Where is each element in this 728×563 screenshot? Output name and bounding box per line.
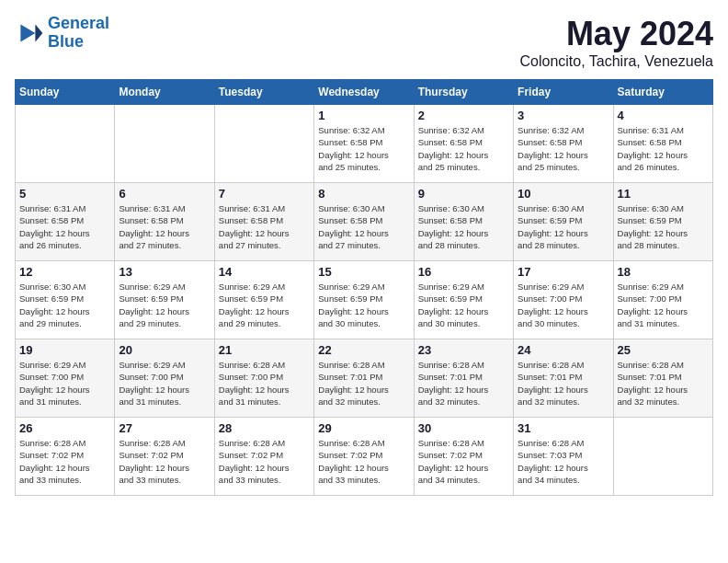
day-number: 31 [518,421,609,435]
calendar-cell: 31Sunrise: 6:28 AM Sunset: 7:03 PM Dayli… [514,418,613,496]
day-info: Sunrise: 6:31 AM Sunset: 6:58 PM Dayligh… [119,202,210,251]
calendar-cell [613,418,712,496]
day-number: 24 [518,343,609,357]
calendar-cell [16,105,115,183]
day-number: 21 [219,343,310,357]
calendar-cell: 24Sunrise: 6:28 AM Sunset: 7:01 PM Dayli… [514,339,613,418]
day-number: 29 [318,421,409,435]
day-info: Sunrise: 6:28 AM Sunset: 7:00 PM Dayligh… [219,359,310,408]
calendar-cell: 1Sunrise: 6:32 AM Sunset: 6:58 PM Daylig… [314,105,414,183]
month-title: May 2024 [519,15,713,53]
day-info: Sunrise: 6:28 AM Sunset: 7:02 PM Dayligh… [318,437,409,486]
day-info: Sunrise: 6:31 AM Sunset: 6:58 PM Dayligh… [219,202,310,251]
day-info: Sunrise: 6:30 AM Sunset: 6:58 PM Dayligh… [418,202,509,251]
day-number: 25 [618,343,709,357]
calendar-cell: 11Sunrise: 6:30 AM Sunset: 6:59 PM Dayli… [613,183,712,261]
calendar-cell: 6Sunrise: 6:31 AM Sunset: 6:58 PM Daylig… [115,183,214,261]
weekday-header: Wednesday [314,80,414,105]
calendar-cell: 5Sunrise: 6:31 AM Sunset: 6:58 PM Daylig… [16,183,115,261]
day-number: 18 [618,265,709,279]
calendar-cell: 23Sunrise: 6:28 AM Sunset: 7:01 PM Dayli… [414,339,513,418]
day-info: Sunrise: 6:29 AM Sunset: 6:59 PM Dayligh… [318,281,409,329]
day-info: Sunrise: 6:30 AM Sunset: 6:59 PM Dayligh… [618,202,709,251]
day-info: Sunrise: 6:28 AM Sunset: 7:03 PM Dayligh… [518,437,609,486]
day-info: Sunrise: 6:29 AM Sunset: 7:00 PM Dayligh… [518,281,609,329]
day-number: 20 [119,343,210,357]
day-number: 8 [318,187,409,201]
weekday-header-row: SundayMondayTuesdayWednesdayThursdayFrid… [16,80,713,105]
calendar-cell: 22Sunrise: 6:28 AM Sunset: 7:01 PM Dayli… [314,339,414,418]
day-number: 26 [19,421,110,435]
weekday-header: Friday [514,80,613,105]
day-info: Sunrise: 6:28 AM Sunset: 7:02 PM Dayligh… [19,437,110,486]
day-info: Sunrise: 6:29 AM Sunset: 7:00 PM Dayligh… [618,281,709,329]
day-info: Sunrise: 6:29 AM Sunset: 7:00 PM Dayligh… [119,359,210,408]
day-number: 17 [518,265,609,279]
weekday-header: Monday [115,80,214,105]
calendar-cell: 21Sunrise: 6:28 AM Sunset: 7:00 PM Dayli… [214,339,313,418]
day-number: 10 [518,187,609,201]
day-number: 13 [119,265,210,279]
weekday-header: Sunday [16,80,115,105]
day-number: 27 [119,421,210,435]
day-info: Sunrise: 6:28 AM Sunset: 7:02 PM Dayligh… [219,437,310,486]
day-info: Sunrise: 6:28 AM Sunset: 7:01 PM Dayligh… [518,359,609,408]
day-info: Sunrise: 6:28 AM Sunset: 7:02 PM Dayligh… [418,437,509,486]
day-info: Sunrise: 6:29 AM Sunset: 7:00 PM Dayligh… [19,359,110,408]
calendar-cell: 3Sunrise: 6:32 AM Sunset: 6:58 PM Daylig… [514,105,613,183]
calendar-cell [214,105,313,183]
calendar-week-row: 5Sunrise: 6:31 AM Sunset: 6:58 PM Daylig… [16,183,713,261]
calendar-cell: 15Sunrise: 6:29 AM Sunset: 6:59 PM Dayli… [314,261,414,339]
calendar-cell: 8Sunrise: 6:30 AM Sunset: 6:58 PM Daylig… [314,183,414,261]
day-number: 16 [418,265,509,279]
day-number: 22 [318,343,409,357]
calendar-cell: 9Sunrise: 6:30 AM Sunset: 6:58 PM Daylig… [414,183,513,261]
calendar-cell: 14Sunrise: 6:29 AM Sunset: 6:59 PM Dayli… [214,261,313,339]
calendar-cell: 2Sunrise: 6:32 AM Sunset: 6:58 PM Daylig… [414,105,513,183]
calendar-cell: 28Sunrise: 6:28 AM Sunset: 7:02 PM Dayli… [214,418,313,496]
day-number: 6 [119,187,210,201]
calendar-table: SundayMondayTuesdayWednesdayThursdayFrid… [15,79,713,496]
title-block: May 2024 Coloncito, Tachira, Venezuela [519,15,713,70]
day-info: Sunrise: 6:31 AM Sunset: 6:58 PM Dayligh… [19,202,110,251]
day-info: Sunrise: 6:29 AM Sunset: 6:59 PM Dayligh… [219,281,310,329]
calendar-week-row: 12Sunrise: 6:30 AM Sunset: 6:59 PM Dayli… [16,261,713,339]
calendar-cell: 12Sunrise: 6:30 AM Sunset: 6:59 PM Dayli… [16,261,115,339]
calendar-cell: 4Sunrise: 6:31 AM Sunset: 6:58 PM Daylig… [613,105,712,183]
day-info: Sunrise: 6:30 AM Sunset: 6:59 PM Dayligh… [19,281,110,329]
logo-icon [15,18,44,48]
day-number: 23 [418,343,509,357]
day-number: 4 [618,109,709,122]
calendar-week-row: 26Sunrise: 6:28 AM Sunset: 7:02 PM Dayli… [16,418,713,496]
calendar-cell: 30Sunrise: 6:28 AM Sunset: 7:02 PM Dayli… [414,418,513,496]
day-info: Sunrise: 6:30 AM Sunset: 6:58 PM Dayligh… [318,202,409,251]
calendar-body: 1Sunrise: 6:32 AM Sunset: 6:58 PM Daylig… [16,105,713,496]
location-title: Coloncito, Tachira, Venezuela [519,53,713,70]
weekday-header: Tuesday [214,80,313,105]
day-info: Sunrise: 6:28 AM Sunset: 7:01 PM Dayligh… [318,359,409,408]
logo: General Blue [15,15,109,52]
calendar-cell: 29Sunrise: 6:28 AM Sunset: 7:02 PM Dayli… [314,418,414,496]
day-number: 7 [219,187,310,201]
day-number: 19 [19,343,110,357]
day-info: Sunrise: 6:28 AM Sunset: 7:02 PM Dayligh… [119,437,210,486]
day-info: Sunrise: 6:29 AM Sunset: 6:59 PM Dayligh… [119,281,210,329]
day-number: 15 [318,265,409,279]
calendar-cell: 7Sunrise: 6:31 AM Sunset: 6:58 PM Daylig… [214,183,313,261]
day-info: Sunrise: 6:32 AM Sunset: 6:58 PM Dayligh… [418,124,509,173]
day-info: Sunrise: 6:31 AM Sunset: 6:58 PM Dayligh… [618,124,709,173]
calendar-cell: 13Sunrise: 6:29 AM Sunset: 6:59 PM Dayli… [115,261,214,339]
day-info: Sunrise: 6:29 AM Sunset: 6:59 PM Dayligh… [418,281,509,329]
day-number: 9 [418,187,509,201]
logo-text: General Blue [48,15,109,52]
weekday-header: Thursday [414,80,513,105]
day-number: 28 [219,421,310,435]
day-info: Sunrise: 6:32 AM Sunset: 6:58 PM Dayligh… [318,124,409,173]
calendar-cell: 17Sunrise: 6:29 AM Sunset: 7:00 PM Dayli… [514,261,613,339]
calendar-week-row: 19Sunrise: 6:29 AM Sunset: 7:00 PM Dayli… [16,339,713,418]
day-number: 11 [618,187,709,201]
day-info: Sunrise: 6:30 AM Sunset: 6:59 PM Dayligh… [518,202,609,251]
calendar-cell: 16Sunrise: 6:29 AM Sunset: 6:59 PM Dayli… [414,261,513,339]
day-info: Sunrise: 6:28 AM Sunset: 7:01 PM Dayligh… [618,359,709,408]
calendar-cell: 25Sunrise: 6:28 AM Sunset: 7:01 PM Dayli… [613,339,712,418]
